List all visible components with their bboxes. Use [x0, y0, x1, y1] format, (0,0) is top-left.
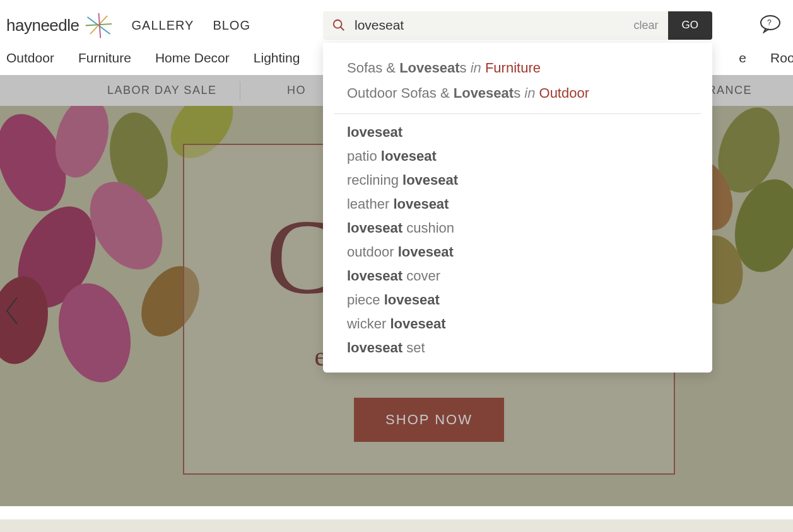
suggestion-term[interactable]: loveseat cushion — [347, 216, 688, 240]
nav-outdoor[interactable]: Outdoor — [6, 50, 54, 66]
nav-lighting[interactable]: Lighting — [254, 50, 300, 66]
suggestion-category[interactable]: Sofas & Loveseats in Furniture — [347, 55, 688, 81]
logo-star-icon — [85, 11, 113, 40]
nav-partial-e[interactable]: e — [739, 50, 746, 66]
chat-icon[interactable]: ? — [760, 14, 781, 36]
header-icons: ? — [760, 14, 793, 36]
svg-line-5 — [341, 27, 344, 31]
footer-band — [0, 519, 793, 532]
logo-text: hayneedle — [6, 16, 79, 35]
search-container: clear GO Sofas & Loveseats in FurnitureO… — [323, 11, 712, 40]
suggestion-term[interactable]: patio loveseat — [347, 144, 688, 168]
search-icon — [323, 18, 355, 32]
suggestion-term[interactable]: reclining loveseat — [347, 168, 688, 192]
suggestion-term[interactable]: leather loveseat — [347, 192, 688, 216]
svg-point-4 — [334, 20, 342, 28]
gallery-link[interactable]: GALLERY — [132, 18, 194, 33]
clear-button[interactable]: clear — [625, 19, 668, 32]
suggestion-term[interactable]: wicker loveseat — [347, 312, 688, 336]
search-bar: clear GO — [323, 11, 712, 40]
suggestion-category[interactable]: Outdoor Sofas & Loveseats in Outdoor — [347, 81, 688, 106]
suggestion-term[interactable]: loveseat set — [347, 336, 688, 360]
suggestion-term[interactable]: piece loveseat — [347, 288, 688, 312]
svg-text:?: ? — [767, 18, 772, 27]
promo-labor-day[interactable]: LABOR DAY SALE — [107, 84, 216, 97]
top-links: GALLERY BLOG — [132, 18, 250, 33]
header: hayneedle GALLERY BLOG clear GO Sofas & … — [0, 0, 793, 50]
go-button[interactable]: GO — [668, 11, 712, 40]
suggestions-divider — [334, 113, 701, 114]
blog-link[interactable]: BLOG — [213, 18, 250, 33]
nav-home-decor[interactable]: Home Decor — [155, 50, 230, 66]
search-input[interactable] — [355, 18, 625, 33]
suggestion-term[interactable]: loveseat cover — [347, 264, 688, 288]
promo-partial-ho[interactable]: HO — [287, 84, 306, 97]
nav-rooms[interactable]: Rooms — [770, 50, 793, 66]
promo-divider — [240, 81, 240, 100]
logo[interactable]: hayneedle — [6, 11, 113, 40]
suggestion-term[interactable]: outdoor loveseat — [347, 240, 688, 264]
search-suggestions: Sofas & Loveseats in FurnitureOutdoor So… — [323, 43, 712, 373]
suggestion-term[interactable]: loveseat — [347, 120, 688, 144]
carousel-prev-icon[interactable] — [3, 295, 22, 329]
nav-furniture[interactable]: Furniture — [78, 50, 131, 66]
